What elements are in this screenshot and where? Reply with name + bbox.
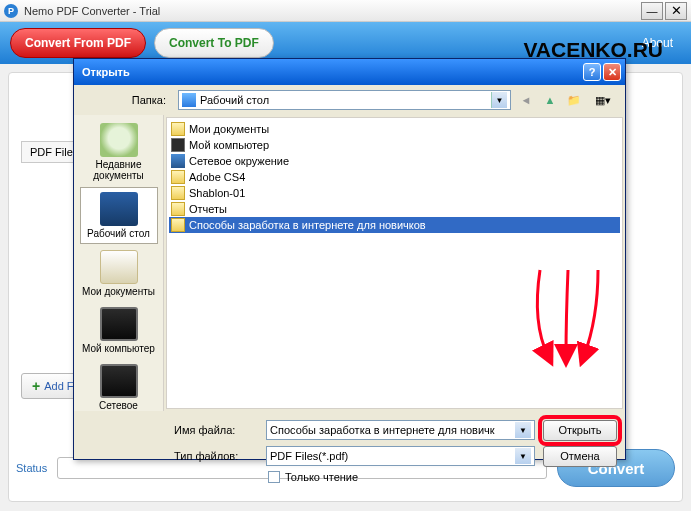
file-item[interactable]: Shablon-01: [169, 185, 620, 201]
folder-icon: [171, 202, 185, 216]
recent-icon: [100, 123, 138, 157]
file-name: Сетевое окружение: [189, 155, 289, 167]
filetype-dropdown[interactable]: PDF Files(*.pdf) ▼: [266, 446, 535, 466]
dialog-close-button[interactable]: ✕: [603, 63, 621, 81]
filename-value: Способы заработка в интернете для новичк: [270, 424, 495, 436]
folder-icon: [171, 122, 185, 136]
about-link[interactable]: About: [642, 36, 673, 50]
desktop-place-icon: [100, 192, 138, 226]
folder-icon: [171, 186, 185, 200]
dialog-main: Недавние документы Рабочий стол Мои доку…: [74, 115, 625, 411]
dialog-bottom: Имя файла: Способы заработка в интернете…: [74, 411, 625, 489]
file-item[interactable]: Мои документы: [169, 121, 620, 137]
filename-label: Имя файла:: [82, 424, 258, 436]
folder-dropdown[interactable]: Рабочий стол ▼: [178, 90, 511, 110]
readonly-label: Только чтение: [285, 471, 358, 483]
place-desktop[interactable]: Рабочий стол: [80, 187, 158, 244]
app-icon: P: [4, 4, 18, 18]
file-item[interactable]: Способы заработка в интернете для новичк…: [169, 217, 620, 233]
place-label: Сетевое: [82, 400, 156, 411]
place-label: Недавние документы: [82, 159, 156, 181]
dialog-titlebar[interactable]: Открыть ? ✕: [74, 59, 625, 85]
folder-label: Папка:: [82, 94, 172, 106]
new-folder-icon[interactable]: 📁: [565, 91, 583, 109]
file-name: Мой компьютер: [189, 139, 269, 151]
app-titlebar: P Nemo PDF Converter - Trial — ✕: [0, 0, 691, 22]
view-menu-icon[interactable]: ▦▾: [589, 91, 617, 109]
folder-icon: [171, 218, 185, 232]
place-label: Рабочий стол: [83, 228, 155, 239]
plus-icon: +: [32, 378, 40, 394]
place-computer[interactable]: Мой компьютер: [80, 303, 158, 358]
open-dialog: Открыть ? ✕ Папка: Рабочий стол ▼ ◄ ▲ 📁 …: [73, 58, 626, 460]
close-button[interactable]: ✕: [665, 2, 687, 20]
file-item[interactable]: Мой компьютер: [169, 137, 620, 153]
dialog-help-button[interactable]: ?: [583, 63, 601, 81]
app-title: Nemo PDF Converter - Trial: [24, 5, 639, 17]
file-name: Shablon-01: [189, 187, 245, 199]
file-name: Отчеты: [189, 203, 227, 215]
status-label: Status: [16, 462, 47, 474]
readonly-row: Только чтение: [82, 471, 617, 483]
folder-icon: [171, 170, 185, 184]
chevron-down-icon: ▼: [515, 422, 531, 438]
filetype-label: Тип файлов:: [82, 450, 258, 462]
places-bar: Недавние документы Рабочий стол Мои доку…: [74, 115, 164, 411]
back-icon[interactable]: ◄: [517, 91, 535, 109]
computer-icon: [100, 307, 138, 341]
file-name: Adobe CS4: [189, 171, 245, 183]
cancel-button[interactable]: Отмена: [543, 446, 617, 467]
network-icon: [100, 364, 138, 398]
file-name: Способы заработка в интернете для новичк…: [189, 219, 426, 231]
file-item[interactable]: Отчеты: [169, 201, 620, 217]
file-name: Мои документы: [189, 123, 269, 135]
convert-to-pdf-button[interactable]: Convert To PDF: [154, 28, 274, 58]
place-recent[interactable]: Недавние документы: [80, 119, 158, 185]
chevron-down-icon: ▼: [491, 92, 507, 108]
minimize-button[interactable]: —: [641, 2, 663, 20]
file-item[interactable]: Adobe CS4: [169, 169, 620, 185]
file-item[interactable]: Сетевое окружение: [169, 153, 620, 169]
chevron-down-icon: ▼: [515, 448, 531, 464]
place-documents[interactable]: Мои документы: [80, 246, 158, 301]
file-list[interactable]: Мои документыМой компьютерСетевое окруже…: [166, 117, 623, 409]
folder-icon: [171, 138, 185, 152]
dialog-folder-row: Папка: Рабочий стол ▼ ◄ ▲ 📁 ▦▾: [74, 85, 625, 115]
filename-input[interactable]: Способы заработка в интернете для новичк…: [266, 420, 535, 440]
documents-icon: [100, 250, 138, 284]
dialog-title: Открыть: [78, 66, 581, 78]
readonly-checkbox[interactable]: [268, 471, 280, 483]
folder-icon: [171, 154, 185, 168]
up-icon[interactable]: ▲: [541, 91, 559, 109]
convert-from-pdf-button[interactable]: Convert From PDF: [10, 28, 146, 58]
folder-selected-text: Рабочий стол: [200, 94, 269, 106]
place-label: Мой компьютер: [82, 343, 156, 354]
place-label: Мои документы: [82, 286, 156, 297]
desktop-icon: [182, 93, 196, 107]
place-network[interactable]: Сетевое: [80, 360, 158, 411]
open-button[interactable]: Открыть: [543, 420, 617, 441]
filetype-value: PDF Files(*.pdf): [270, 450, 348, 462]
